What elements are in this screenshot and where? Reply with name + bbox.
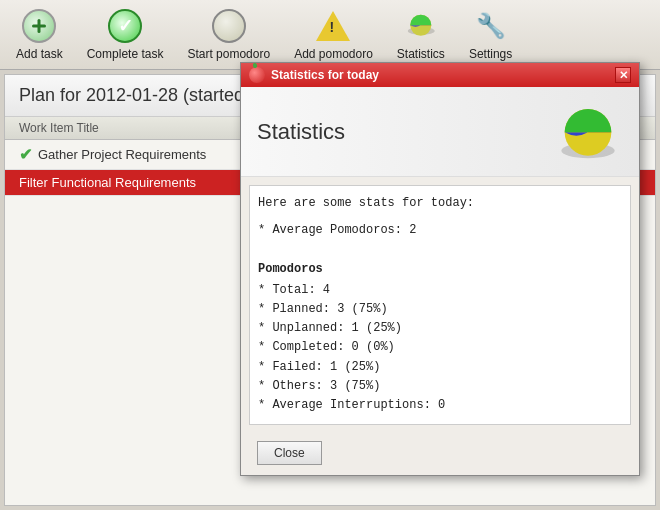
settings-label: Settings bbox=[469, 47, 512, 61]
settings-icon: 🔧 bbox=[473, 8, 509, 44]
add-task-label: Add task bbox=[16, 47, 63, 61]
stat-total: * Total: 4 bbox=[258, 281, 622, 300]
settings-button[interactable]: 🔧 Settings bbox=[461, 4, 520, 65]
dialog-titlebar: Statistics for today ✕ bbox=[241, 63, 639, 87]
stat-planned: * Planned: 3 (75%) bbox=[258, 300, 622, 319]
stats-intro: Here are some stats for today: bbox=[258, 194, 622, 213]
start-pomodoro-label: Start pomodoro bbox=[187, 47, 270, 61]
stat-others: * Others: 3 (75%) bbox=[258, 377, 622, 396]
close-button[interactable]: Close bbox=[257, 441, 322, 465]
stat-unplanned: * Unplanned: 1 (25%) bbox=[258, 319, 622, 338]
pomodoros-section: Pomodoros * Total: 4 * Planned: 3 (75%) … bbox=[258, 260, 622, 416]
statistics-icon bbox=[403, 8, 439, 44]
pomodoros-section-title: Pomodoros bbox=[258, 260, 622, 279]
stats-content-area[interactable]: Here are some stats for today: * Average… bbox=[249, 185, 631, 425]
statistics-button[interactable]: Statistics bbox=[389, 4, 453, 65]
stat-avg-interruptions: * Average Interruptions: 0 bbox=[258, 396, 622, 415]
start-pomodoro-icon bbox=[211, 8, 247, 44]
dialog-title-text: Statistics for today bbox=[271, 68, 379, 82]
dialog-heading: Statistics bbox=[257, 119, 345, 145]
stat-completed: * Completed: 0 (0%) bbox=[258, 338, 622, 357]
add-pomodoro-label: Add pomodoro bbox=[294, 47, 373, 61]
add-pomodoro-icon bbox=[315, 8, 351, 44]
add-pomodoro-button[interactable]: Add pomodoro bbox=[286, 4, 381, 65]
complete-task-label: Complete task bbox=[87, 47, 164, 61]
stats-pie-chart bbox=[548, 99, 623, 164]
dialog-title-area: Statistics for today bbox=[249, 67, 379, 83]
tomato-icon bbox=[249, 67, 265, 83]
statistics-dialog: Statistics for today ✕ Statistics Here a… bbox=[240, 62, 640, 476]
dialog-stats-header: Statistics bbox=[241, 87, 639, 177]
statistics-label: Statistics bbox=[397, 47, 445, 61]
dialog-body: Statistics Here are some stats for today… bbox=[241, 87, 639, 475]
task-check-icon: ✔ bbox=[19, 145, 32, 164]
avg-pomodoros-line: * Average Pomodoros: 2 bbox=[258, 221, 622, 240]
toolbar: Add task Complete task Start pomodoro Ad… bbox=[0, 0, 660, 70]
stat-failed: * Failed: 1 (25%) bbox=[258, 358, 622, 377]
dialog-footer: Close bbox=[241, 433, 639, 475]
add-task-button[interactable]: Add task bbox=[8, 4, 71, 65]
complete-task-icon bbox=[107, 8, 143, 44]
start-pomodoro-button[interactable]: Start pomodoro bbox=[179, 4, 278, 65]
complete-task-button[interactable]: Complete task bbox=[79, 4, 172, 65]
add-task-icon bbox=[21, 8, 57, 44]
dialog-close-x-button[interactable]: ✕ bbox=[615, 67, 631, 83]
